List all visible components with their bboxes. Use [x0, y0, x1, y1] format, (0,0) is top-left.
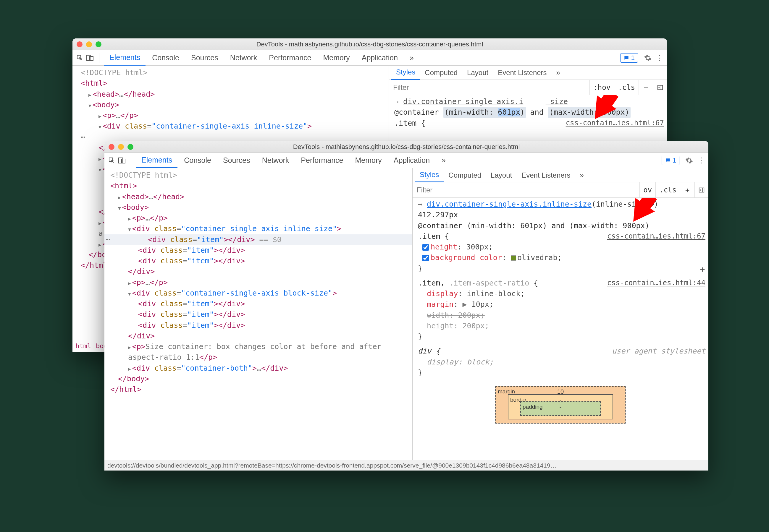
css-property[interactable]: margin: ▶ 10px; [416, 299, 705, 310]
styles-body[interactable]: → div.container-single-axis.inline-size(… [413, 198, 708, 460]
add-rule-icon[interactable]: ＋ [680, 182, 694, 198]
source-link[interactable]: css-contain…ies.html:44 [607, 278, 705, 288]
css-property[interactable]: height: 200px; [416, 321, 705, 331]
tab-application[interactable]: Application [389, 153, 435, 168]
property-toggle[interactable] [423, 255, 429, 261]
svg-rect-2 [90, 56, 93, 61]
css-property[interactable]: background-color: olivedrab; [416, 252, 705, 263]
expand-icon[interactable] [88, 90, 93, 98]
window-title: DevTools - mathiasbynens.github.io/css-d… [104, 143, 708, 151]
subtab-computed[interactable]: Computed [444, 168, 486, 182]
zoom-icon[interactable] [95, 41, 101, 47]
gear-icon[interactable] [643, 53, 652, 62]
tab-application[interactable]: Application [356, 50, 403, 66]
issues-badge[interactable]: 1 [620, 53, 638, 63]
tab-memory[interactable]: Memory [318, 50, 355, 66]
subtab-events[interactable]: Event Listeners [493, 66, 551, 80]
subtab-layout[interactable]: Layout [462, 66, 493, 80]
zoom-icon[interactable] [127, 144, 133, 150]
tab-network[interactable]: Network [225, 50, 263, 66]
traffic-lights[interactable] [77, 41, 101, 47]
css-property[interactable]: display: inline-block; [416, 288, 705, 299]
kebab-icon[interactable]: ⋮ [655, 53, 664, 62]
close-icon[interactable] [77, 41, 82, 47]
minimize-icon[interactable] [118, 144, 124, 150]
subtab-layout[interactable]: Layout [486, 168, 517, 182]
gutter-dots[interactable]: ⋯ [78, 132, 87, 142]
close-icon[interactable] [109, 144, 114, 150]
cls-button[interactable]: .cls [655, 182, 680, 198]
tab-performance[interactable]: Performance [295, 153, 348, 168]
cls-button[interactable]: .cls [614, 80, 639, 95]
filter-input[interactable] [413, 186, 624, 194]
subtab-computed[interactable]: Computed [420, 66, 462, 80]
expand-icon[interactable] [118, 203, 122, 212]
tab-sources[interactable]: Sources [186, 50, 224, 66]
devtools-tabbar: Elements Console Sources Network Perform… [104, 153, 708, 168]
issues-badge[interactable]: 1 [662, 156, 679, 165]
titlebar: DevTools - mathiasbynens.github.io/css-d… [104, 141, 708, 153]
crumb-html[interactable]: html [75, 342, 91, 350]
source-link[interactable]: css-contain…ies.html:67 [566, 118, 664, 128]
tab-network[interactable]: Network [257, 153, 294, 168]
tab-more[interactable]: » [436, 153, 451, 168]
tab-memory[interactable]: Memory [349, 153, 387, 168]
doctype: <!DOCTYPE html> [78, 67, 389, 78]
sidebar-toggle-icon[interactable] [694, 182, 708, 198]
subtab-events[interactable]: Event Listeners [517, 168, 575, 182]
tab-performance[interactable]: Performance [263, 50, 316, 66]
expand-icon[interactable] [88, 100, 93, 109]
subtab-more[interactable]: » [552, 66, 565, 80]
traffic-lights[interactable] [109, 144, 133, 150]
add-rule-icon[interactable]: ＋ [639, 80, 653, 95]
device-toggle-icon[interactable] [117, 156, 126, 165]
ua-label: user agent stylesheet [612, 346, 705, 356]
inspect-icon[interactable] [107, 156, 116, 165]
devtools-tabbar: Elements Console Sources Network Perform… [72, 50, 667, 66]
box-model[interactable]: margin10 border- padding- [496, 386, 626, 424]
css-property[interactable]: height: 300px; [416, 242, 705, 252]
selected-node[interactable]: ⋯ <div class="item"></div> == $0 [104, 234, 412, 245]
subtab-more[interactable]: » [575, 168, 589, 182]
tab-sources[interactable]: Sources [218, 153, 255, 168]
styles-panel: Styles Computed Layout Event Listeners »… [413, 168, 708, 460]
svg-rect-1 [87, 55, 91, 61]
kebab-icon[interactable]: ⋮ [697, 156, 705, 165]
status-bar: devtools://devtools/bundled/devtools_app… [104, 460, 708, 471]
tab-elements[interactable]: Elements [104, 50, 145, 66]
container-link[interactable]: div.container-single-axis.inline-size [427, 200, 592, 208]
device-toggle-icon[interactable] [85, 53, 94, 62]
hov-button[interactable]: ov [640, 182, 655, 198]
source-link[interactable]: css-contain…ies.html:67 [607, 231, 705, 241]
tab-console[interactable]: Console [147, 50, 184, 66]
tab-elements[interactable]: Elements [136, 153, 177, 168]
dom-tree[interactable]: <!DOCTYPE html> <html> <head>…</head> <b… [104, 168, 413, 460]
add-property-icon[interactable]: ＋ [698, 263, 707, 275]
subtab-styles[interactable]: Styles [415, 168, 444, 182]
minimize-icon[interactable] [86, 41, 92, 47]
subtab-styles[interactable]: Styles [391, 66, 420, 80]
gear-icon[interactable] [685, 156, 694, 165]
property-toggle[interactable] [423, 244, 429, 251]
svg-rect-7 [122, 159, 125, 163]
hov-button[interactable]: :hov [590, 80, 614, 95]
tab-console[interactable]: Console [179, 153, 216, 168]
css-property[interactable]: width: 200px; [416, 310, 705, 321]
inspect-icon[interactable] [75, 53, 84, 62]
tab-more[interactable]: » [404, 50, 419, 66]
doctype: <!DOCTYPE html> [108, 170, 412, 181]
expand-icon[interactable] [118, 192, 122, 201]
sidebar-toggle-icon[interactable] [653, 80, 667, 95]
devtools-window-front: DevTools - mathiasbynens.github.io/css-d… [104, 141, 708, 471]
divider [99, 53, 99, 63]
titlebar: DevTools - mathiasbynens.github.io/css-d… [72, 38, 667, 50]
color-swatch[interactable] [511, 255, 516, 261]
window-title: DevTools - mathiasbynens.github.io/css-d… [72, 40, 667, 48]
svg-rect-6 [119, 158, 123, 163]
filter-input[interactable] [389, 83, 590, 92]
